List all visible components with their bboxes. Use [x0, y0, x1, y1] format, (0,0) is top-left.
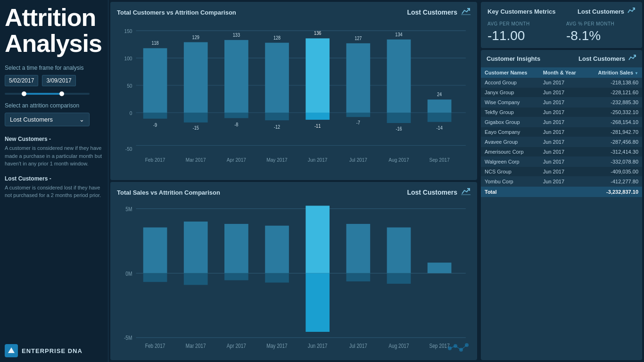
chevron-down-icon: ⌄	[79, 116, 84, 123]
slider-fill	[22, 93, 64, 95]
btm-bar-may-neg	[265, 273, 289, 283]
cell-name: Eayo Company	[481, 127, 539, 137]
svg-text:Jun 2017: Jun 2017	[308, 157, 328, 163]
svg-text:Apr 2017: Apr 2017	[227, 157, 246, 163]
btm-bar-feb-pos	[143, 227, 167, 273]
svg-text:-5M: -5M	[124, 335, 132, 341]
svg-text:May 2017: May 2017	[266, 343, 287, 349]
col-month-year: Month & Year	[539, 67, 586, 78]
date-slider[interactable]	[5, 93, 90, 95]
slider-thumb-right[interactable]	[59, 91, 64, 96]
bottom-chart-title: Total Sales vs Attrition Comparison	[117, 189, 220, 196]
bar-aug-pos	[387, 40, 411, 113]
date-end[interactable]: 3/09/2017	[42, 75, 75, 86]
lost-customers-text: A customer is considered lost if they ha…	[5, 184, 102, 199]
table-row: Wise Company Jun 2017 -232,885.30	[481, 98, 642, 107]
col-attrition-sales: Attrition Sales ▼	[586, 67, 642, 78]
metrics-badge: Lost Customers	[578, 7, 636, 16]
btm-bar-may-pos	[265, 226, 289, 273]
bar-mar-neg	[184, 113, 208, 123]
total-blank	[539, 187, 586, 197]
top-chart-badge: Lost Customers	[407, 7, 471, 18]
btm-bar-aug-pos	[387, 227, 411, 273]
cell-sales: -228,121.60	[586, 88, 642, 98]
dropdown-value: Lost Customers	[10, 116, 53, 123]
cell-month: Jun 2017	[539, 98, 586, 107]
cell-sales: -232,885.30	[586, 98, 642, 107]
attrition-dropdown[interactable]: Lost Customers ⌄	[5, 113, 90, 126]
cell-sales: -332,078.80	[586, 157, 642, 167]
svg-text:Feb 2017: Feb 2017	[145, 343, 165, 349]
svg-text:150: 150	[124, 28, 132, 34]
cell-name: NCS Group	[481, 167, 539, 177]
svg-text:0: 0	[130, 110, 132, 116]
date-start[interactable]: 5/02/2017	[5, 75, 38, 86]
insights-trend-icon	[628, 54, 636, 64]
btm-bar-sep-pos	[428, 263, 452, 273]
cell-month: Jun 2017	[539, 127, 586, 137]
bar-sep-pos	[428, 99, 452, 113]
metrics-badge-label: Lost Customers	[578, 8, 624, 15]
cell-month: Jun 2017	[539, 78, 586, 88]
svg-text:Mar 2017: Mar 2017	[186, 157, 206, 163]
btm-bar-mar-neg	[184, 273, 208, 285]
table-tbody: Accord Group Jun 2017 -218,138.60 Janyx …	[481, 78, 642, 187]
svg-text:Feb 2017: Feb 2017	[145, 157, 165, 163]
metrics-header: Key Customers Metrics Lost Customers	[487, 7, 636, 16]
cell-sales: -287,456.80	[586, 137, 642, 147]
top-chart-header: Total Customers vs Attrition Comparison …	[117, 7, 471, 18]
cell-name: Amerisourc Corp	[481, 147, 539, 157]
avg-per-month-metric: AVG PER MONTH -11.00	[487, 21, 557, 43]
cell-sales: -281,942.70	[586, 127, 642, 137]
insights-table: Customer Names Month & Year Attrition Sa…	[481, 67, 642, 197]
cell-month: Jun 2017	[539, 137, 586, 147]
svg-text:127: 127	[355, 35, 362, 41]
svg-text:-7: -7	[356, 120, 360, 126]
svg-text:134: 134	[395, 32, 403, 37]
cell-name: Gigabox Group	[481, 117, 539, 127]
slider-thumb-left[interactable]	[22, 91, 26, 96]
cell-name: Yombu Corp	[481, 177, 539, 187]
cell-name: Wise Company	[481, 98, 539, 107]
btm-bar-jun-pos	[305, 206, 330, 273]
svg-text:Jun 2017: Jun 2017	[308, 343, 328, 349]
svg-marker-0	[8, 347, 15, 353]
lost-customers-info: Lost Customers - A customer is considere…	[5, 175, 102, 199]
bar-may-pos	[265, 43, 289, 113]
bar-mar-pos	[184, 42, 208, 113]
total-value: -3,232,837.10	[586, 187, 642, 197]
watermark	[445, 341, 473, 356]
top-chart-title: Total Customers vs Attrition Comparison	[117, 9, 236, 16]
cell-sales: -412,277.80	[586, 177, 642, 187]
svg-rect-1	[461, 14, 471, 15]
svg-text:24: 24	[437, 92, 442, 98]
bar-apr-pos	[224, 40, 248, 113]
svg-text:Sep 2017: Sep 2017	[429, 157, 449, 163]
table-row: Tekfly Group Jun 2017 -250,332.10	[481, 107, 642, 117]
svg-text:-14: -14	[437, 125, 443, 131]
btm-bar-apr-pos	[224, 224, 248, 273]
top-chart-area: 150 100 50 0 -50 118 -9 129	[117, 20, 471, 178]
new-customers-title: New Customers -	[5, 136, 102, 142]
btm-bar-jun-neg	[305, 273, 330, 332]
svg-text:-11: -11	[314, 123, 321, 129]
bar-may-neg	[265, 113, 289, 120]
table-row: Avavee Group Jun 2017 -287,456.80	[481, 137, 642, 147]
bar-apr-neg	[224, 113, 248, 118]
bar-jun-pos	[305, 38, 330, 113]
svg-text:50: 50	[127, 82, 132, 89]
svg-text:5M: 5M	[125, 206, 132, 212]
cell-month: Jun 2017	[539, 107, 586, 117]
svg-text:118: 118	[151, 41, 159, 46]
table-row: Walgreen Corp Jun 2017 -332,078.80	[481, 157, 642, 167]
table-row: NCS Group Jun 2017 -409,035.00	[481, 167, 642, 177]
svg-text:-15: -15	[193, 125, 199, 131]
timeframe-label: Select a time frame for analysis	[5, 65, 102, 71]
table-total-row: Total -3,232,837.10	[481, 187, 642, 197]
btm-bar-apr-neg	[224, 273, 248, 280]
cell-sales: -409,035.00	[586, 167, 642, 177]
bottom-chart-svg: 5M 0M -5M	[117, 200, 471, 358]
bar-jun-neg	[305, 113, 330, 120]
cell-month: Jun 2017	[539, 147, 586, 157]
table-row: Gigabox Group Jun 2017 -268,154.10	[481, 117, 642, 127]
